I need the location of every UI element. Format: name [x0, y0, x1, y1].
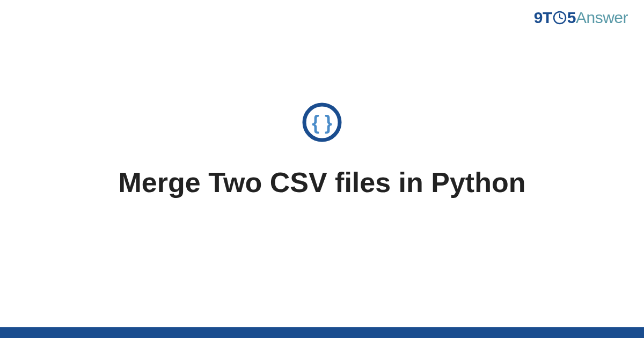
- svg-text:{ }: { }: [312, 112, 332, 134]
- main-content: { } Merge Two CSV files in Python: [0, 0, 644, 327]
- category-braces-icon: { }: [301, 101, 343, 145]
- footer-accent-bar: [0, 327, 644, 338]
- page-title: Merge Two CSV files in Python: [119, 166, 526, 199]
